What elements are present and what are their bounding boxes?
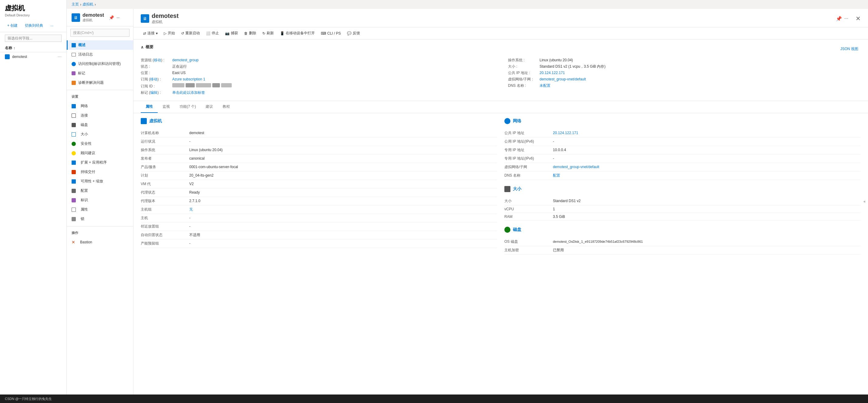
iam-icon [71,62,76,66]
nav-tag2-label: 标识 [81,198,88,203]
connect-dropdown-icon: ▾ [156,31,158,35]
filter-input[interactable] [5,35,62,42]
nav-item-tag2[interactable]: 标识 [67,196,133,205]
tab-recommend[interactable]: 建议 [201,101,218,113]
activity-log-icon [71,53,76,56]
disk-props-section: 磁盘 OS 磁盘 demotest_OsDisk_1_e91187209de74… [504,227,861,255]
vm-list-item[interactable]: demotest ··· [0,52,66,61]
move-link-rg[interactable]: 移动 [154,58,161,62]
prop-row-agentstatus: 代理状态 Ready [141,189,497,197]
tab-tutorial[interactable]: 教程 [218,101,235,113]
overview-vnet-value[interactable]: demotest_group-vnet/default [539,77,586,81]
move-link-sub[interactable]: 移动 [150,77,157,81]
overview-publicip-value[interactable]: 20.124.122.171 [539,71,565,75]
feedback-button[interactable]: 💬 反馈 [344,29,363,37]
overview-tags-value[interactable]: 单击此处以添加标签 [172,90,205,95]
overview-icon [71,43,76,47]
nav-item-iam[interactable]: 访问控制(标识和访问管理) [67,59,133,68]
nav-item-lock[interactable]: 锁 [67,214,133,224]
prop-val-dns[interactable]: 配置 [553,173,560,178]
tab-props[interactable]: 属性 [141,101,158,113]
nav-item-bastion[interactable]: ✕ Bastion [67,238,133,247]
overview-dns-value[interactable]: 未配置 [539,83,551,88]
prop-key-computername: 计算机名称 [141,131,189,136]
nav-item-props[interactable]: 属性 [67,205,133,214]
overview-sub-value[interactable]: Azure subscription 1 [172,77,205,81]
prop-val-ram: 3.5 GiB [553,214,565,219]
prop-key-os: 操作系统 [141,147,189,153]
cli-button[interactable]: ⌨ CLI / PS [318,30,343,37]
nav-item-advisor[interactable]: 顾问建议 [67,148,133,158]
overview-row-subid: 订阅 ID : [141,83,493,89]
close-panel-button[interactable]: ✕ [856,15,861,22]
vm-item-more[interactable]: ··· [58,54,62,59]
refresh-label: 刷新 [267,31,274,36]
breadcrumb-section[interactable]: 虚拟机 [83,2,93,7]
connect-button[interactable]: ⇄ 连接 ▾ [141,29,160,37]
nav-item-security[interactable]: 安全性 [67,139,133,148]
sidebar-filter [0,32,66,44]
mobile-button[interactable]: 📱 在移动设备中打开 [278,29,317,37]
restart-button[interactable]: ↺ 重新启动 [179,29,202,37]
ops-section-title: 操作 [67,228,133,236]
prop-val-publicipv6: - [553,139,554,144]
capture-button[interactable]: 📷 捕获 [223,29,241,37]
sort-icon[interactable]: ↑ [13,46,15,50]
collapse-nav-button[interactable]: « [863,199,866,204]
overview-location-value: East US [172,71,186,75]
nav-item-config[interactable]: 配置 [67,186,133,196]
prop-key-hostenc: 主机加密 [504,248,553,253]
col-name-label: 名称 [5,46,12,51]
nav-item-size[interactable]: 大小 [67,129,133,139]
prop-row-hostgroup: 主机组 无 [141,205,497,214]
delete-button[interactable]: 🗑 删除 [242,29,259,37]
feedback-label: 反馈 [353,31,360,36]
nav-item-connect[interactable]: 连接 [67,111,133,120]
json-view-button[interactable]: JSON 视图 [838,45,861,53]
nav-item-network[interactable]: 网络 [67,102,133,111]
nav-divider-1 [67,90,133,90]
props-icon [71,207,76,212]
nav-item-tags[interactable]: 标记 [67,68,133,78]
header-pin-button[interactable]: 📌 [836,16,842,22]
overview-rg-value[interactable]: demotest_group [172,58,199,62]
nav-item-activity-log[interactable]: 活动日志 [67,50,133,59]
nav-item-delivery[interactable]: 持续交付 [67,167,133,177]
nav-item-overview-label: 概述 [78,42,86,48]
prop-key-vcpu: vCPU [504,207,553,211]
resource-more-button[interactable]: ··· [117,16,120,20]
tab-features[interactable]: 功能(7 个) [175,101,201,113]
prop-row-capreserve: 产能预留组 - [141,239,497,248]
nav-item-availability[interactable]: 可用性 + 缩放 [67,177,133,186]
nav-item-disk[interactable]: 磁盘 [67,120,133,129]
prop-row-host: 主机 - [141,214,497,223]
prop-val-vnet[interactable]: demotest_group-vnet/default [553,165,599,169]
breadcrumb-home[interactable]: 主页 [71,2,79,7]
edit-link-tags[interactable]: 编辑 [150,90,157,95]
pin-button[interactable]: 📌 [109,15,114,20]
overview-toggle[interactable]: ∧ 概要 [141,44,153,50]
header-more-button[interactable]: ··· [844,16,848,21]
refresh-button[interactable]: ↻ 刷新 [260,29,276,37]
tab-monitor[interactable]: 监视 [158,101,175,113]
detail-tabs: 属性 监视 功能(7 个) 建议 教程 [133,101,868,113]
nav-item-overview[interactable]: 概述 [67,40,133,50]
prop-row-size: 大小 Standard DS1 v2 [504,197,861,205]
prop-key-ram: RAM [504,214,553,219]
create-button[interactable]: + 创建 [5,22,20,29]
more-button[interactable]: ··· [48,23,56,29]
prop-val-publicip[interactable]: 20.124.122.171 [553,131,578,135]
lock-icon [71,217,76,221]
switch-classic-button[interactable]: 切换到经典 [23,22,45,29]
prop-row-vcpu: vCPU 1 [504,205,861,213]
prop-val-hostgroup[interactable]: 无 [189,207,193,212]
stop-label: 停止 [212,31,219,36]
stop-button[interactable]: ⬜ 停止 [204,29,221,37]
resource-nav-info: demotest 虚拟机 [83,12,104,23]
resource-search-input[interactable] [70,29,129,37]
start-button[interactable]: ▷ 开始 [161,29,178,37]
prop-row-offer: 产品/服务 0001-com-ubuntu-server-focal [141,163,497,171]
nav-item-extensions[interactable]: 扩展 + 应用程序 [67,158,133,167]
nav-item-diagnose[interactable]: 诊断并解决问题 [67,78,133,87]
overview-row-dns: DNS 名称 : 未配置 [508,83,861,89]
